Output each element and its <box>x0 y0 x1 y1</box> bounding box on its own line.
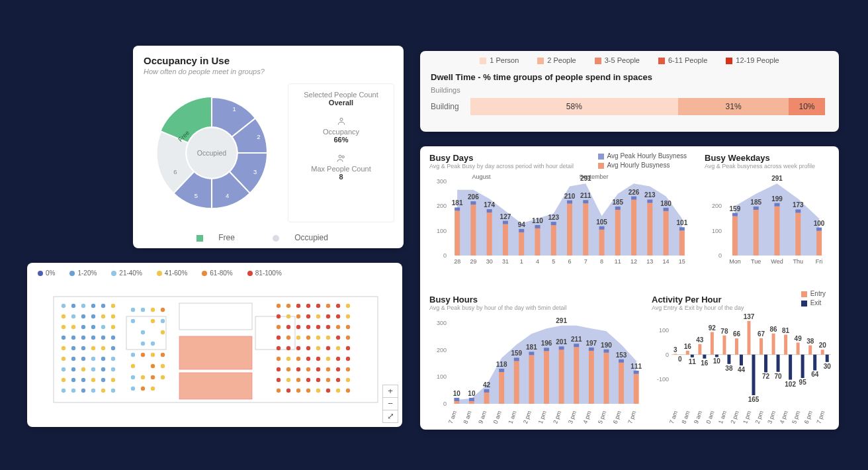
svg-point-162 <box>346 378 350 382</box>
svg-rect-275 <box>499 372 504 404</box>
svg-point-39 <box>71 336 75 340</box>
svg-text:165: 165 <box>748 396 760 403</box>
svg-rect-363 <box>797 343 800 355</box>
zoom-reset-button[interactable]: ⤢ <box>383 410 398 422</box>
svg-text:110: 110 <box>532 217 543 224</box>
svg-text:100: 100 <box>437 373 447 380</box>
svg-point-22 <box>81 304 85 308</box>
svg-point-109 <box>296 314 300 318</box>
svg-point-34 <box>81 325 85 329</box>
svg-rect-178 <box>470 205 476 256</box>
svg-text:3: 3 <box>673 346 677 353</box>
svg-rect-208 <box>631 200 636 256</box>
svg-text:Mon: Mon <box>729 258 741 265</box>
svg-text:10: 10 <box>453 390 461 397</box>
svg-text:185: 185 <box>612 199 623 206</box>
svg-point-36 <box>101 325 105 329</box>
svg-point-123 <box>277 336 281 340</box>
zoom-in-button[interactable]: + <box>383 385 398 398</box>
svg-point-82 <box>161 330 165 334</box>
svg-rect-175 <box>455 211 460 256</box>
svg-point-160 <box>326 378 330 382</box>
svg-point-37 <box>111 325 115 329</box>
svg-rect-355 <box>772 334 775 355</box>
svg-text:9 am: 9 am <box>693 410 703 424</box>
svg-rect-273 <box>484 389 490 393</box>
svg-text:92: 92 <box>709 324 716 332</box>
svg-point-24 <box>101 304 105 308</box>
svg-point-92 <box>131 375 135 379</box>
svg-text:173: 173 <box>793 201 804 209</box>
svg-rect-345 <box>740 355 743 365</box>
svg-point-60 <box>101 367 105 371</box>
svg-point-81 <box>141 330 145 334</box>
svg-text:100: 100 <box>659 327 669 334</box>
svg-text:5 pm: 5 pm <box>597 410 607 424</box>
svg-rect-215 <box>664 208 669 211</box>
svg-text:10: 10 <box>713 357 721 365</box>
svg-point-167 <box>316 389 320 393</box>
svg-point-104 <box>326 304 330 308</box>
svg-text:1 pm: 1 pm <box>742 410 752 424</box>
svg-text:-100: -100 <box>657 376 669 383</box>
svg-point-124 <box>286 336 290 340</box>
svg-rect-293 <box>589 351 594 404</box>
svg-point-20 <box>62 304 65 308</box>
svg-text:Wed: Wed <box>771 258 783 265</box>
svg-text:12 pm: 12 pm <box>521 410 533 424</box>
svg-point-100 <box>286 304 290 308</box>
map-zoom-controls[interactable]: + − ⤢ <box>382 385 398 423</box>
svg-point-32 <box>62 325 65 329</box>
svg-text:Occupied: Occupied <box>197 149 227 157</box>
svg-rect-196 <box>567 204 572 256</box>
svg-rect-181 <box>487 212 492 256</box>
busy-hours-section: Busy Hours Avg & Peak busy by hour of th… <box>429 295 648 426</box>
svg-text:7 am: 7 am <box>447 410 458 424</box>
svg-text:70: 70 <box>775 373 783 380</box>
person-icon <box>336 116 347 126</box>
svg-point-141 <box>296 357 300 361</box>
svg-rect-266 <box>454 401 459 404</box>
svg-text:81: 81 <box>782 327 790 334</box>
svg-point-64 <box>81 378 85 382</box>
svg-point-72 <box>101 389 105 393</box>
svg-rect-200 <box>583 200 588 203</box>
svg-point-132 <box>286 346 290 350</box>
svg-rect-279 <box>514 357 519 361</box>
svg-text:1: 1 <box>520 258 523 265</box>
svg-point-135 <box>316 346 320 350</box>
svg-text:6 pm: 6 pm <box>612 410 623 424</box>
svg-text:2 pm: 2 pm <box>552 410 562 424</box>
svg-rect-190 <box>535 228 540 256</box>
svg-point-35 <box>91 325 95 329</box>
svg-text:Fri: Fri <box>816 258 823 265</box>
svg-text:174: 174 <box>484 201 495 209</box>
svg-point-31 <box>111 314 115 318</box>
svg-rect-184 <box>503 224 508 256</box>
svg-rect-341 <box>727 355 730 364</box>
svg-point-42 <box>101 336 105 340</box>
svg-point-43 <box>111 336 115 340</box>
svg-point-148 <box>286 367 290 371</box>
svg-point-118 <box>306 325 310 329</box>
svg-point-147 <box>277 367 281 371</box>
svg-point-59 <box>91 367 95 371</box>
floorplan-legend: 0%1-20%21-40%41-60%61-80%81-100% <box>27 263 402 283</box>
svg-point-138 <box>346 346 350 350</box>
svg-point-154 <box>346 367 350 371</box>
svg-point-157 <box>296 378 300 382</box>
card-title: Occupancy in Use <box>144 55 393 66</box>
zoom-out-button[interactable]: − <box>383 398 398 410</box>
svg-text:38: 38 <box>725 365 733 372</box>
donut-legend: Free Occupied <box>133 229 404 248</box>
floorplan-svg[interactable] <box>27 283 402 416</box>
svg-text:Tue: Tue <box>751 258 761 265</box>
svg-point-145 <box>336 357 340 361</box>
svg-point-139 <box>277 357 281 361</box>
svg-point-63 <box>71 378 75 382</box>
svg-text:181: 181 <box>452 199 463 207</box>
svg-point-94 <box>151 375 155 379</box>
svg-text:7 am: 7 am <box>668 410 679 424</box>
svg-rect-299 <box>619 363 624 404</box>
svg-point-30 <box>101 314 105 318</box>
